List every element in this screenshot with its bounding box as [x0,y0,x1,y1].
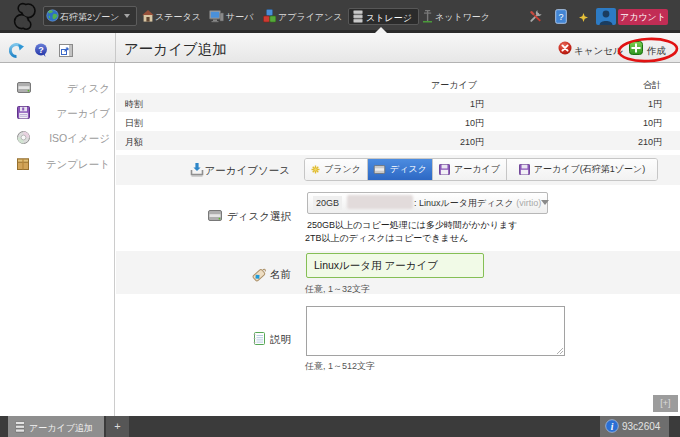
svg-text:i: i [611,422,614,432]
svg-text:?: ? [38,45,44,55]
svg-text:?: ? [558,12,563,22]
